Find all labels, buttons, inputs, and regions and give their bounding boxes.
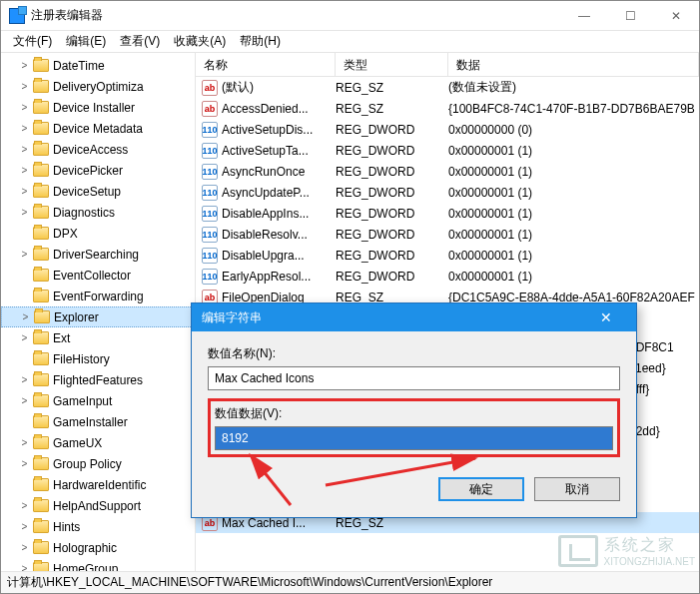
- cell-name: EarlyAppResol...: [222, 270, 336, 284]
- tree-item[interactable]: >Explorer: [1, 306, 195, 327]
- folder-icon: [33, 269, 49, 282]
- cell-name: ActiveSetupTa...: [222, 144, 336, 158]
- expand-icon[interactable]: >: [19, 332, 30, 343]
- expand-icon[interactable]: [19, 228, 30, 239]
- cell-type: REG_DWORD: [336, 228, 448, 242]
- expand-icon[interactable]: >: [19, 500, 30, 511]
- tree-item[interactable]: >DateTime: [1, 55, 195, 76]
- list-row[interactable]: AsyncUpdateP...REG_DWORD0x00000001 (1): [196, 182, 699, 203]
- cell-type: REG_SZ: [336, 102, 448, 116]
- tree-item[interactable]: >DeviceSetup: [1, 181, 195, 202]
- expand-icon[interactable]: >: [19, 437, 30, 448]
- tree-item[interactable]: >Device Metadata: [1, 118, 195, 139]
- tree-item[interactable]: FileHistory: [1, 348, 195, 369]
- tree-item[interactable]: HardwareIdentific: [1, 474, 195, 495]
- folder-icon: [33, 164, 49, 177]
- tree-item[interactable]: >Device Installer: [1, 97, 195, 118]
- expand-icon[interactable]: [19, 416, 30, 427]
- expand-icon[interactable]: >: [19, 60, 30, 71]
- dialog-title-bar[interactable]: 编辑字符串 ✕: [192, 303, 636, 331]
- dialog-close-button[interactable]: ✕: [586, 309, 626, 325]
- tree-label: DeviceAccess: [53, 143, 128, 157]
- expand-icon[interactable]: >: [19, 123, 30, 134]
- expand-icon[interactable]: >: [19, 81, 30, 92]
- string-value-icon: [202, 101, 218, 117]
- close-button[interactable]: ✕: [653, 1, 699, 31]
- tree-item[interactable]: EventForwarding: [1, 286, 195, 306]
- tree-item[interactable]: EventCollector: [1, 265, 195, 286]
- expand-icon[interactable]: >: [19, 542, 30, 553]
- tree-label: Holographic: [53, 541, 117, 555]
- cell-data: 0x00000001 (1): [448, 228, 699, 242]
- tree-item[interactable]: GameInstaller: [1, 411, 195, 432]
- expand-icon[interactable]: >: [19, 249, 30, 260]
- menu-file[interactable]: 文件(F): [7, 31, 58, 52]
- expand-icon[interactable]: >: [19, 374, 30, 385]
- registry-tree[interactable]: >DateTime>DeliveryOptimiza>Device Instal…: [1, 53, 196, 571]
- value-name-input[interactable]: [208, 366, 620, 390]
- tree-item[interactable]: >Group Policy: [1, 453, 195, 474]
- expand-icon[interactable]: >: [20, 311, 31, 322]
- menu-help[interactable]: 帮助(H): [234, 31, 287, 52]
- list-row[interactable]: EarlyAppResol...REG_DWORD0x00000001 (1): [196, 266, 699, 287]
- tree-item[interactable]: >Hints: [1, 516, 195, 537]
- list-row[interactable]: AccessDenied...REG_SZ{100B4FC8-74C1-470F…: [196, 98, 699, 119]
- expand-icon[interactable]: >: [19, 186, 30, 197]
- menu-edit[interactable]: 编辑(E): [60, 31, 112, 52]
- menu-view[interactable]: 查看(V): [114, 31, 166, 52]
- expand-icon[interactable]: >: [19, 102, 30, 113]
- folder-icon: [33, 352, 49, 365]
- ok-button[interactable]: 确定: [438, 477, 524, 501]
- value-data-input[interactable]: [215, 426, 613, 450]
- header-name[interactable]: 名称: [196, 53, 336, 76]
- cell-type: REG_DWORD: [336, 186, 448, 200]
- expand-icon[interactable]: >: [19, 563, 30, 571]
- expand-icon[interactable]: [19, 291, 30, 301]
- expand-icon[interactable]: [19, 479, 30, 490]
- list-row[interactable]: DisableUpgra...REG_DWORD0x00000001 (1): [196, 245, 699, 266]
- tree-item[interactable]: >DeliveryOptimiza: [1, 76, 195, 97]
- list-row[interactable]: (默认)REG_SZ(数值未设置): [196, 77, 699, 98]
- menu-favorites[interactable]: 收藏夹(A): [168, 31, 232, 52]
- expand-icon[interactable]: >: [19, 144, 30, 155]
- cancel-button[interactable]: 取消: [534, 477, 620, 501]
- tree-item[interactable]: >DevicePicker: [1, 160, 195, 181]
- header-type[interactable]: 类型: [336, 53, 448, 76]
- expand-icon[interactable]: >: [19, 165, 30, 176]
- tree-item[interactable]: >Ext: [1, 327, 195, 348]
- list-row[interactable]: AsyncRunOnceREG_DWORD0x00000001 (1): [196, 161, 699, 182]
- tree-item[interactable]: >Holographic: [1, 537, 195, 558]
- regedit-icon: [9, 8, 25, 24]
- tree-item[interactable]: >DriverSearching: [1, 244, 195, 265]
- tree-item[interactable]: >DeviceAccess: [1, 139, 195, 160]
- expand-icon[interactable]: >: [19, 395, 30, 406]
- tree-item[interactable]: >FlightedFeatures: [1, 369, 195, 390]
- tree-item[interactable]: >HomeGroup: [1, 558, 195, 571]
- tree-label: HelpAndSupport: [53, 499, 141, 513]
- tree-item[interactable]: >GameInput: [1, 390, 195, 411]
- folder-icon: [33, 80, 49, 93]
- minimize-button[interactable]: —: [561, 1, 607, 31]
- list-row[interactable]: DisableAppIns...REG_DWORD0x00000001 (1): [196, 203, 699, 224]
- list-row[interactable]: DisableResolv...REG_DWORD0x00000001 (1): [196, 224, 699, 245]
- folder-icon: [33, 373, 49, 386]
- folder-icon: [33, 101, 49, 114]
- expand-icon[interactable]: >: [19, 458, 30, 469]
- tree-item[interactable]: >GameUX: [1, 432, 195, 453]
- list-row[interactable]: ActiveSetupTa...REG_DWORD0x00000001 (1): [196, 140, 699, 161]
- header-data[interactable]: 数据: [448, 53, 699, 76]
- tree-item[interactable]: DPX: [1, 223, 195, 244]
- maximize-button[interactable]: ☐: [607, 1, 653, 31]
- list-row[interactable]: ActiveSetupDis...REG_DWORD0x00000000 (0): [196, 119, 699, 140]
- tree-item[interactable]: >Diagnostics: [1, 202, 195, 223]
- folder-icon: [33, 185, 49, 198]
- folder-icon: [33, 415, 49, 428]
- cell-type: REG_SZ: [336, 81, 448, 95]
- expand-icon[interactable]: >: [19, 521, 30, 532]
- expand-icon[interactable]: >: [19, 207, 30, 218]
- tree-label: Explorer: [54, 310, 99, 324]
- expand-icon[interactable]: [19, 270, 30, 281]
- tree-item[interactable]: >HelpAndSupport: [1, 495, 195, 516]
- expand-icon[interactable]: [19, 353, 30, 364]
- cell-type: REG_DWORD: [336, 165, 448, 179]
